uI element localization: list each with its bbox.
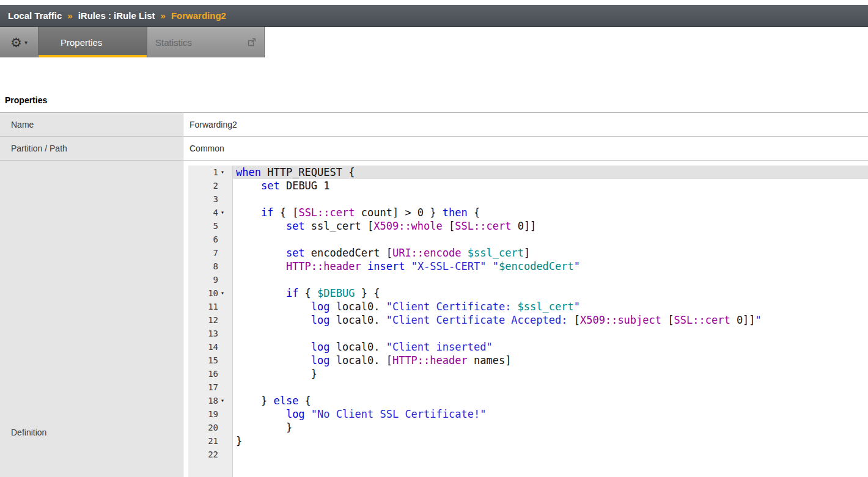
line-number: 13 [188, 327, 232, 340]
breadcrumb-current-page: Forwarding2 [171, 10, 226, 21]
breadcrumb-link-local-traffic[interactable]: Local Traffic [8, 10, 62, 21]
code-line: log local0. [HTTP::header names] [233, 354, 868, 367]
gear-icon: ⚙ [10, 36, 22, 49]
code-line: log "No Client SSL Certificate!" [233, 407, 868, 421]
code-line: } [233, 434, 868, 448]
code-line: log local0. "Client Certificate Accepted… [233, 313, 868, 327]
breadcrumb-link-irule-list[interactable]: iRules : iRule List [78, 10, 155, 21]
code-line [233, 192, 868, 206]
properties-table: Name Forwarding2 Partition / Path Common… [0, 112, 868, 477]
code-line: log local0. "Client Certificate: $ssl_ce… [233, 300, 868, 313]
line-number: 11 [188, 300, 232, 313]
line-number: 5 [188, 219, 232, 233]
tab-properties[interactable]: Properties [39, 27, 147, 57]
code-line: set DEBUG 1 [233, 179, 868, 192]
fold-arrow-icon[interactable]: ▾ [218, 206, 227, 219]
breadcrumb: Local Traffic » iRules : iRule List » Fo… [0, 5, 868, 27]
code-line [233, 273, 868, 286]
line-number: 18▾ [188, 394, 232, 407]
tab-properties-label: Properties [61, 37, 102, 48]
row-label-definition: Definition [0, 161, 183, 477]
tab-statistics[interactable]: Statistics [147, 27, 265, 57]
code-line: } [233, 367, 868, 381]
line-number: 16 [188, 367, 232, 381]
table-row-partition-path: Partition / Path Common [0, 137, 868, 161]
row-value-name: Forwarding2 [183, 113, 868, 136]
code-line: set ssl_cert [X509::whole [SSL::cert 0]] [233, 219, 868, 233]
line-number: 21 [188, 434, 232, 448]
gear-menu-button[interactable]: ⚙ ▾ [0, 27, 39, 57]
row-value-definition: 1▾234▾5678910▾1112131415161718▾19202122 … [183, 161, 868, 477]
line-number: 3 [188, 192, 232, 206]
code-line: if { $DEBUG } { [233, 286, 868, 300]
table-row-definition: Definition 1▾234▾5678910▾111213141516171… [0, 161, 868, 477]
line-number: 9 [188, 273, 232, 286]
irule-definition-editor[interactable]: 1▾234▾5678910▾1112131415161718▾19202122 … [188, 166, 868, 477]
line-number: 17 [188, 381, 232, 394]
line-number: 7 [188, 246, 232, 260]
row-value-partition-path: Common [183, 137, 868, 160]
editor-gutter: 1▾234▾5678910▾1112131415161718▾19202122 [188, 166, 233, 477]
line-number: 2 [188, 179, 232, 192]
line-number: 4▾ [188, 206, 232, 219]
code-line: } else { [233, 394, 868, 407]
code-line: } [233, 421, 868, 434]
code-line [233, 233, 868, 246]
breadcrumb-separator-icon: » [67, 10, 72, 21]
row-label-partition-path: Partition / Path [0, 137, 183, 160]
code-line: set encodedCert [URI::encode $ssl_cert] [233, 246, 868, 260]
page-title: Properties [5, 95, 47, 105]
code-line: when HTTP_REQUEST { [233, 166, 868, 179]
code-line [233, 381, 868, 394]
line-number: 22 [188, 448, 232, 461]
code-line [233, 448, 868, 461]
table-row-name: Name Forwarding2 [0, 113, 868, 137]
line-number: 10▾ [188, 286, 232, 300]
fold-arrow-icon[interactable]: ▾ [218, 394, 227, 407]
fold-arrow-icon[interactable]: ▾ [218, 166, 227, 179]
editor-code[interactable]: when HTTP_REQUEST { set DEBUG 1 if { [SS… [233, 166, 868, 477]
line-number: 20 [188, 421, 232, 434]
code-line: log local0. "Client inserted" [233, 340, 868, 354]
line-number: 12 [188, 313, 232, 327]
tab-bar: ⚙ ▾ Properties Statistics [0, 27, 265, 57]
line-number: 8 [188, 260, 232, 273]
line-number: 19 [188, 407, 232, 421]
code-line [233, 327, 868, 340]
page: Local Traffic » iRules : iRule List » Fo… [0, 0, 868, 477]
line-number: 15 [188, 354, 232, 367]
popout-icon[interactable] [248, 38, 256, 46]
code-line: if { [SSL::cert count] > 0 } then { [233, 206, 868, 219]
tab-statistics-label: Statistics [155, 37, 192, 48]
line-number: 6 [188, 233, 232, 246]
row-label-name: Name [0, 113, 183, 136]
breadcrumb-separator-icon: » [161, 10, 166, 21]
line-number: 14 [188, 340, 232, 354]
line-number: 1▾ [188, 166, 232, 179]
code-line: HTTP::header insert "X-SSL-CERT" "$encod… [233, 260, 868, 273]
chevron-down-icon: ▾ [24, 39, 28, 46]
fold-arrow-icon[interactable]: ▾ [218, 286, 227, 300]
